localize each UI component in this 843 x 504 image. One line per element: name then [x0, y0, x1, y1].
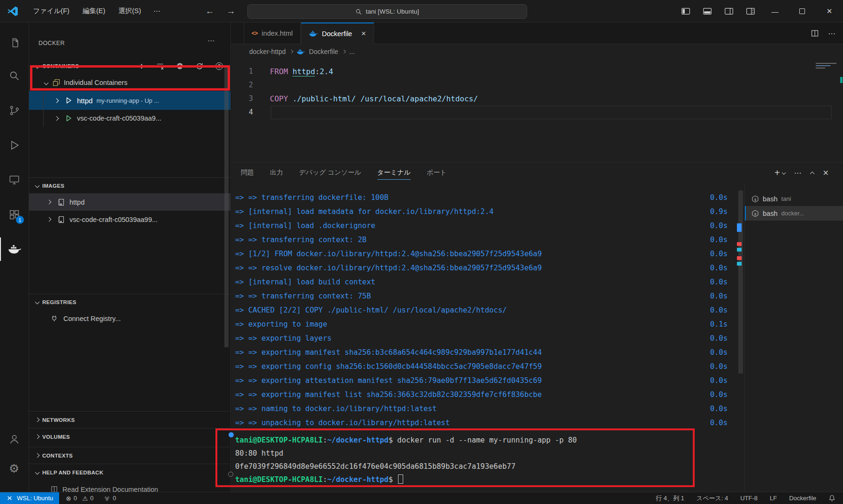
- menu-more-icon[interactable]: ⋯: [148, 4, 166, 18]
- breadcrumb-folder[interactable]: docker-httpd: [249, 48, 286, 55]
- remote-indicator[interactable]: WSL: Ubuntu: [0, 492, 59, 504]
- section-images[interactable]: IMAGES: [29, 177, 230, 193]
- close-panel-icon[interactable]: ✕: [823, 168, 829, 177]
- section-networks[interactable]: NETWORKS: [29, 411, 230, 428]
- eol-sequence[interactable]: LF: [770, 495, 777, 502]
- container-play-icon-green[interactable]: [65, 115, 72, 122]
- terminal-line: => => exporting layers 0.0s: [235, 331, 728, 345]
- breadcrumb-tail[interactable]: ...: [349, 48, 355, 55]
- language-mode[interactable]: Dockerfile: [789, 495, 816, 502]
- panel-tab-debug-console[interactable]: デバッグ コンソール: [299, 162, 361, 183]
- sidebar-scrollbar[interactable]: [224, 66, 229, 347]
- refresh-icon[interactable]: [196, 62, 203, 70]
- panel-tab-problems[interactable]: 問題: [241, 162, 254, 183]
- errors-icon: ⊗: [66, 495, 71, 502]
- section-help-feedback[interactable]: HELP AND FEEDBACK: [29, 464, 230, 481]
- split-editor-icon[interactable]: [811, 30, 819, 37]
- section-registries[interactable]: REGISTRIES: [29, 294, 230, 310]
- panel: 問題 出力 デバッグ コンソール ターミナル ポート + ⋯ ✕: [231, 162, 843, 492]
- breadcrumb-file[interactable]: Dockerfile: [309, 48, 338, 55]
- toggle-secondary-sidebar-icon[interactable]: [718, 0, 740, 23]
- editor-more-actions-icon[interactable]: ⋯: [828, 29, 835, 38]
- svg-text:$: $: [754, 212, 756, 215]
- step-duration: 0.0s: [697, 388, 728, 402]
- menu-edit[interactable]: 編集(E): [76, 4, 112, 18]
- command-decoration-ring[interactable]: [228, 472, 233, 477]
- maximize-panel-icon[interactable]: [810, 171, 814, 176]
- vscode-logo-icon: [7, 5, 19, 17]
- container-id-output: 0fe7039f296849d8e9e66552dc16f476e04c905d…: [235, 460, 737, 473]
- problems-status[interactable]: ⊗0 ⚠0: [63, 495, 96, 502]
- code-editor[interactable]: 1FROM httpd:2.4 2 3COPY ./public-html/ /…: [231, 59, 843, 162]
- containers-settings-icon[interactable]: ⚙: [176, 62, 184, 70]
- terminal-line: => CACHED [2/2] COPY ./public-html/ /usr…: [235, 303, 728, 317]
- source-control-icon[interactable]: [0, 99, 28, 122]
- window-maximize-button[interactable]: [789, 0, 816, 23]
- window-close-button[interactable]: ✕: [816, 0, 843, 23]
- menu-selection[interactable]: 選択(S): [112, 4, 147, 18]
- tree-item-container-httpd[interactable]: httpd my-running-app - Up ...: [29, 91, 230, 110]
- ports-status[interactable]: 0: [101, 495, 119, 502]
- connect-registry-item[interactable]: Connect Registry...: [29, 310, 230, 327]
- help-item-partial[interactable]: Read Extension Documentation: [29, 481, 230, 492]
- prompt-user: tani@DESKTOP-HCPA8LI: [235, 436, 323, 444]
- terminal-profile-dropdown-icon[interactable]: [782, 171, 785, 175]
- window-minimize-button[interactable]: —: [761, 0, 789, 23]
- new-terminal-icon[interactable]: +: [774, 168, 780, 178]
- tab-dockerfile[interactable]: Dockerfile ✕: [301, 23, 374, 44]
- tab-index-html[interactable]: <> index.html: [244, 23, 301, 44]
- terminal-output[interactable]: => => transferring dockerfile: 100B 0.0s…: [231, 183, 737, 492]
- panel-tab-ports[interactable]: ポート: [427, 162, 447, 183]
- accounts-icon[interactable]: [0, 427, 28, 451]
- scrollbar-mark-red: [737, 256, 742, 260]
- terminal-line: => => transferring context: 75B 0.0s: [235, 289, 728, 303]
- step-duration: 0.0s: [697, 219, 728, 233]
- panel-more-actions-icon[interactable]: ⋯: [794, 168, 802, 177]
- container-play-icon[interactable]: [65, 97, 72, 104]
- prompt-path: ~/docker-httpd: [327, 436, 389, 444]
- menu-file[interactable]: ファイル(F): [26, 4, 76, 18]
- notifications-bell-icon[interactable]: [828, 495, 835, 502]
- section-containers[interactable]: CONTAINERS + ⚙ ?: [29, 58, 230, 74]
- toggle-primary-sidebar-icon[interactable]: [675, 0, 697, 23]
- command-center-search[interactable]: tani [WSL: Ubuntu]: [247, 4, 527, 19]
- terminal-scrollbar[interactable]: [737, 183, 744, 492]
- extensions-icon[interactable]: 1: [0, 203, 28, 226]
- filter-icon[interactable]: [156, 62, 164, 70]
- terminal-line: => => resolve docker.io/library/httpd:2.…: [235, 261, 728, 275]
- explorer-icon[interactable]: [0, 31, 28, 54]
- terminal-tab-bash-tani[interactable]: $ bash tani: [745, 191, 843, 206]
- sidebar-more-icon[interactable]: ⋯: [207, 37, 215, 45]
- image-reference-link[interactable]: httpd: [292, 67, 315, 76]
- terminal-tab-bash-docker[interactable]: $ bash docker...: [745, 206, 843, 221]
- settings-gear-icon[interactable]: ⚙: [0, 457, 28, 480]
- encoding[interactable]: UTF-8: [740, 495, 758, 502]
- toggle-panel-icon[interactable]: [697, 0, 718, 23]
- docker-sidebar: DOCKER ⋯ CONTAINERS + ⚙ ? Individual Con…: [29, 23, 231, 492]
- indentation[interactable]: スペース: 4: [697, 494, 728, 503]
- history-forward-icon[interactable]: →: [224, 6, 238, 16]
- tree-group-individual-containers[interactable]: Individual Containers: [29, 74, 230, 91]
- step-duration: 0.0s: [697, 247, 728, 261]
- remote-explorer-icon[interactable]: [0, 168, 28, 191]
- customize-layout-icon[interactable]: [740, 0, 761, 23]
- history-back-icon[interactable]: ←: [203, 6, 217, 16]
- search-view-icon[interactable]: [0, 64, 28, 87]
- tree-item-image-httpd[interactable]: httpd: [29, 193, 230, 211]
- tab-close-icon[interactable]: ✕: [361, 30, 366, 37]
- section-volumes[interactable]: VOLUMES: [29, 428, 230, 445]
- minimap[interactable]: [816, 63, 836, 70]
- tree-item-container-vsc[interactable]: vsc-code-craft-c05039aa9...: [29, 110, 230, 127]
- run-debug-icon[interactable]: [0, 133, 28, 157]
- add-container-icon[interactable]: +: [139, 61, 144, 71]
- cursor-position[interactable]: 行 4、列 1: [656, 494, 684, 503]
- bash-terminal-icon: $: [751, 210, 759, 217]
- tree-item-image-vsc[interactable]: vsc-code-craft-c05039aa99...: [29, 211, 230, 228]
- section-contexts[interactable]: CONTEXTS: [29, 447, 230, 464]
- panel-tab-output[interactable]: 出力: [270, 162, 283, 183]
- command-decoration-dot[interactable]: [229, 432, 234, 437]
- help-icon[interactable]: ?: [215, 62, 223, 70]
- docker-view-icon[interactable]: [0, 237, 28, 261]
- panel-tab-terminal[interactable]: ターミナル: [377, 162, 411, 183]
- sidebar-title: DOCKER: [29, 34, 230, 53]
